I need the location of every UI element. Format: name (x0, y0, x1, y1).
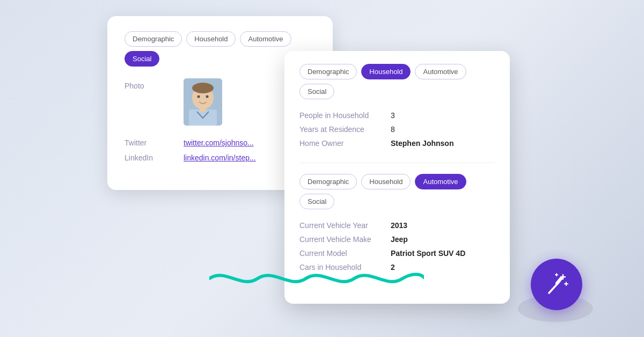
tab-h-household[interactable]: Household (361, 64, 411, 79)
household-section: Demographic Household Automotive Social … (299, 64, 495, 148)
magic-wand-button[interactable] (531, 259, 582, 310)
svg-point-5 (197, 96, 200, 98)
avatar (184, 78, 222, 126)
tab-back-social[interactable]: Social (125, 51, 159, 67)
tab-back-demographic[interactable]: Demographic (125, 31, 182, 47)
scene: Demographic Household Automotive Social … (0, 0, 644, 337)
tab-h-demographic[interactable]: Demographic (299, 64, 357, 79)
years-at-residence-label: Years at Residence (299, 125, 391, 134)
section-divider (299, 163, 495, 163)
current-model-row: Current Model Patriot Sport SUV 4D (299, 249, 495, 258)
home-owner-row: Home Owner Stephen Johnson (299, 139, 495, 148)
tab-back-automotive[interactable]: Automotive (240, 31, 291, 47)
tab-h-automotive[interactable]: Automotive (415, 64, 466, 79)
vehicle-make-value: Jeep (391, 235, 408, 244)
current-model-value: Patriot Sport SUV 4D (391, 249, 465, 258)
years-at-residence-row: Years at Residence 8 (299, 125, 495, 134)
twitter-label: Twitter (125, 138, 184, 147)
household-tabs: Demographic Household Automotive Social (299, 64, 495, 99)
automotive-section: Demographic Household Automotive Social … (299, 174, 495, 272)
tab-a-social[interactable]: Social (299, 194, 334, 209)
tab-back-household[interactable]: Household (186, 31, 236, 47)
people-in-household-label: People in Household (299, 111, 391, 120)
vehicle-year-label: Current Vehicle Year (299, 221, 391, 230)
teal-squiggle (209, 262, 424, 291)
linkedin-label: LinkedIn (125, 153, 184, 162)
current-model-label: Current Model (299, 249, 391, 258)
linkedin-link[interactable]: linkedin.com/in/step... (184, 153, 256, 162)
svg-point-4 (192, 83, 214, 93)
people-in-household-row: People in Household 3 (299, 111, 495, 120)
people-in-household-value: 3 (391, 111, 395, 120)
svg-point-6 (206, 96, 209, 98)
vehicle-year-value: 2013 (391, 221, 407, 230)
tab-a-household[interactable]: Household (361, 174, 411, 189)
vehicle-make-row: Current Vehicle Make Jeep (299, 235, 495, 244)
tab-h-social[interactable]: Social (299, 84, 334, 99)
home-owner-value: Stephen Johnson (391, 139, 453, 148)
vehicle-year-row: Current Vehicle Year 2013 (299, 221, 495, 230)
home-owner-label: Home Owner (299, 139, 391, 148)
photo-label: Photo (125, 78, 184, 90)
tab-a-automotive[interactable]: Automotive (415, 174, 466, 189)
years-at-residence-value: 8 (391, 125, 395, 134)
vehicle-make-label: Current Vehicle Make (299, 235, 391, 244)
twitter-link[interactable]: twitter.com/sjohnso... (184, 138, 254, 147)
automotive-tabs: Demographic Household Automotive Social (299, 174, 495, 209)
tab-a-demographic[interactable]: Demographic (299, 174, 357, 189)
